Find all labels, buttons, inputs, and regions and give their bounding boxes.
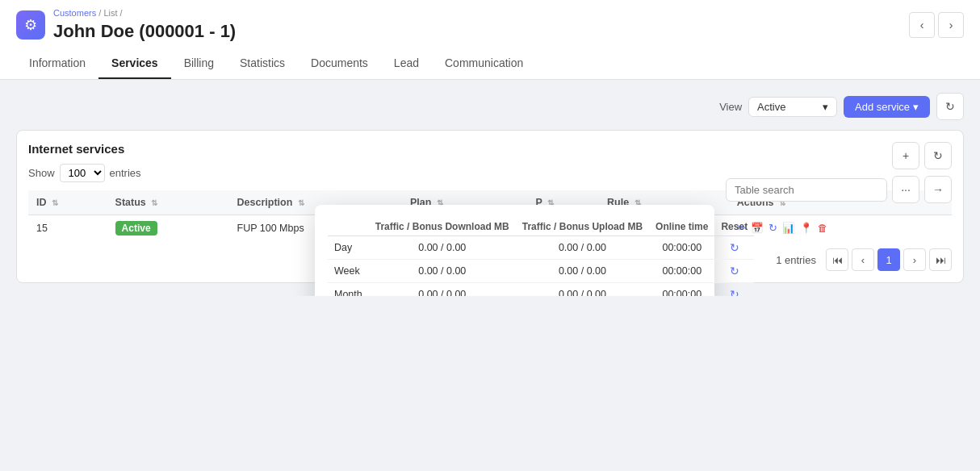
first-page-button[interactable]: ⏮ (826, 248, 848, 271)
chevron-down-icon: ▾ (823, 101, 828, 113)
popup-online-week: 00:00:00 (649, 260, 714, 283)
popup-period-month: Month (328, 283, 369, 297)
popup-row-month: Month 0.00 / 0.00 0.00 / 0.00 00:00:00 ↻ (328, 283, 754, 297)
last-page-button[interactable]: ⏭ (929, 248, 952, 271)
popup-period-week: Week (328, 260, 369, 283)
page-title: John Doe (000001 - 1) (53, 21, 236, 42)
toolbar: View Active ▾ Add service ▾ ↻ (16, 93, 964, 120)
entries-count: 1 entries (776, 254, 816, 266)
popup-col-period (328, 218, 369, 236)
next-button[interactable]: › (938, 12, 964, 38)
next-page-button[interactable]: › (903, 248, 926, 271)
refresh-button[interactable]: ↻ (936, 93, 964, 120)
chevron-down-icon-btn: ▾ (913, 101, 919, 113)
tab-billing[interactable]: Billing (171, 48, 227, 79)
add-service-button[interactable]: Add service ▾ (844, 96, 930, 118)
col-id[interactable]: ID ⇅ (28, 190, 107, 215)
popup-download-week: 0.00 / 0.00 (369, 260, 516, 283)
tab-information[interactable]: Information (16, 48, 98, 79)
refresh-table-button[interactable]: ↻ (924, 142, 952, 169)
view-value: Active (757, 101, 785, 113)
popup-reset-week[interactable]: ↻ (714, 260, 754, 283)
export-button[interactable]: → (924, 176, 952, 203)
popup-col-download: Traffic / Bonus Download MB (369, 218, 516, 236)
more-options-button[interactable]: ··· (892, 176, 919, 203)
tab-statistics[interactable]: Statistics (227, 48, 298, 79)
prev-button[interactable]: ‹ (909, 12, 935, 38)
nav-arrows: ‹ › (909, 12, 964, 38)
popup-period-day: Day (328, 236, 369, 260)
app-icon: ⚙ (16, 10, 45, 40)
tab-communication[interactable]: Communication (432, 48, 536, 79)
page-1-button[interactable]: 1 (877, 248, 900, 271)
popup-online-month: 00:00:00 (649, 283, 714, 297)
popup-upload-week: 0.00 / 0.00 (516, 260, 649, 283)
tab-services[interactable]: Services (98, 48, 171, 79)
breadcrumb: Customers / List / (53, 8, 236, 18)
refresh-icon[interactable]: ↻ (769, 222, 777, 234)
tab-lead[interactable]: Lead (381, 48, 432, 79)
popup-upload-day: 0.00 / 0.00 (516, 236, 649, 260)
cell-actions: ✏ 📅 ↻ 📊 📍 🗑 (729, 215, 952, 241)
view-label: View (719, 101, 742, 113)
popup-reset-month[interactable]: ↻ (714, 283, 754, 297)
cell-id: 15 (28, 215, 107, 241)
popup-upload-month: 0.00 / 0.00 (516, 283, 649, 297)
breadcrumb-customers[interactable]: Customers (53, 8, 96, 18)
add-icon-button[interactable]: + (892, 142, 919, 169)
popup-download-day: 0.00 / 0.00 (369, 236, 516, 260)
chart-icon[interactable]: 📊 (782, 222, 795, 234)
main-content: View Active ▾ Add service ▾ ↻ Internet s… (0, 80, 980, 296)
status-badge: Active (115, 221, 157, 235)
popup-reset-day[interactable]: ↻ (714, 236, 754, 260)
map-icon[interactable]: 📍 (800, 222, 813, 234)
popup-col-online: Online time (649, 218, 714, 236)
prev-page-button[interactable]: ‹ (852, 248, 874, 271)
table-search-input[interactable] (726, 178, 887, 202)
tabs: Information Services Billing Statistics … (16, 48, 964, 79)
view-select[interactable]: Active ▾ (748, 97, 837, 117)
tab-documents[interactable]: Documents (298, 48, 381, 79)
popup-row-week: Week 0.00 / 0.00 0.00 / 0.00 00:00:00 ↻ (328, 260, 754, 283)
popup-col-upload: Traffic / Bonus Upload MB (516, 218, 649, 236)
entries-select[interactable]: 100 25 50 (60, 164, 105, 182)
cell-status: Active (107, 215, 229, 241)
popup-table: Traffic / Bonus Download MB Traffic / Bo… (328, 218, 754, 296)
popup-col-reset: Reset (714, 218, 754, 236)
app-header: ⚙ Customers / List / John Doe (000001 - … (0, 0, 980, 80)
popup-overlay: Traffic / Bonus Download MB Traffic / Bo… (315, 205, 714, 296)
popup-download-month: 0.00 / 0.00 (369, 283, 516, 297)
col-status[interactable]: Status ⇅ (107, 190, 229, 215)
delete-icon[interactable]: 🗑 (818, 223, 828, 234)
popup-row-day: Day 0.00 / 0.00 0.00 / 0.00 00:00:00 ↻ (328, 236, 754, 260)
popup-online-day: 00:00:00 (649, 236, 714, 260)
